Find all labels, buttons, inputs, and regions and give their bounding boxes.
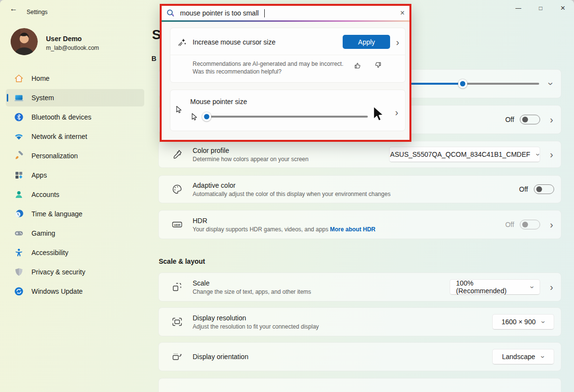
maximize-button[interactable]: □ bbox=[529, 0, 552, 16]
maximize-icon: □ bbox=[539, 5, 542, 12]
chevron-down-icon: › bbox=[539, 356, 547, 358]
mouse-pointer-cursor bbox=[371, 106, 386, 124]
palette-icon bbox=[171, 183, 183, 195]
window-title: Settings bbox=[27, 9, 47, 15]
wifi-icon bbox=[14, 132, 24, 141]
minimize-button[interactable]: — bbox=[507, 0, 529, 16]
more-about-hdr-link[interactable]: More about HDR bbox=[330, 226, 376, 233]
sidebar-item-time-language[interactable]: Time & language bbox=[6, 205, 144, 223]
chevron-down-icon[interactable]: › bbox=[547, 82, 557, 86]
dropdown-value: 100% (Recommended) bbox=[456, 279, 525, 295]
text-caret bbox=[264, 9, 265, 17]
search-copilot-icon bbox=[166, 9, 175, 18]
adaptive-color-row[interactable]: Adaptive color Automatically adjust the … bbox=[158, 175, 561, 203]
sidebar-item-gaming[interactable]: Gaming bbox=[6, 225, 144, 242]
row-title: Display resolution bbox=[193, 314, 492, 322]
sidebar-item-system[interactable]: System bbox=[6, 89, 144, 106]
row-title: Display orientation bbox=[193, 353, 492, 361]
section-header: Scale & layout bbox=[159, 257, 205, 265]
chevron-right-icon: › bbox=[550, 150, 553, 159]
hdr-row[interactable]: HDR HDR Your display supports HDR games,… bbox=[158, 210, 561, 239]
sidebar-item-privacy-security[interactable]: Privacy & security bbox=[6, 263, 144, 281]
section-header-fragment: B bbox=[151, 55, 156, 62]
multiple-displays-icon bbox=[171, 390, 183, 392]
close-button[interactable]: × bbox=[552, 0, 574, 16]
bluetooth-icon bbox=[14, 112, 24, 122]
search-close-icon[interactable]: × bbox=[400, 9, 405, 17]
sidebar-item-personalization[interactable]: Personalization bbox=[6, 147, 144, 165]
recommendation-title: Increase mouse cursor size bbox=[193, 38, 337, 46]
clock-globe-icon bbox=[14, 209, 24, 219]
color-profile-row[interactable]: Color profile Determine how colors appea… bbox=[158, 141, 561, 168]
dropdown-value: 1600 × 900 bbox=[501, 318, 535, 326]
resolution-dropdown[interactable]: 1600 × 900 › bbox=[492, 314, 554, 330]
sidebar-item-label: Gaming bbox=[31, 229, 55, 237]
ai-disclaimer-line1: Recommendations are AI-generated and may… bbox=[193, 60, 344, 68]
multiple-displays-row[interactable]: Multiple displays bbox=[158, 378, 561, 392]
sidebar-item-accounts[interactable]: Accounts bbox=[6, 186, 144, 203]
row-description: Change the size of text, apps, and other… bbox=[193, 288, 450, 295]
shield-icon bbox=[14, 267, 24, 277]
mouse-pointer-size-card[interactable]: Mouse pointer size › bbox=[170, 90, 406, 131]
sidebar-item-label: Home bbox=[31, 75, 49, 82]
row-description: Determine how colors appear on your scre… bbox=[193, 156, 389, 163]
search-input[interactable]: mouse pointer is too small × bbox=[162, 6, 409, 20]
recommendation-card: Increase mouse cursor size Apply › Recom… bbox=[170, 28, 406, 83]
ai-sparkle-icon bbox=[177, 37, 187, 47]
sidebar-item-home[interactable]: Home bbox=[6, 70, 144, 87]
sidebar-item-label: Bluetooth & devices bbox=[31, 113, 91, 121]
gamepad-icon bbox=[14, 228, 24, 238]
home-icon bbox=[14, 74, 24, 83]
pointer-size-slider-thumb[interactable] bbox=[202, 112, 211, 121]
display-resolution-row[interactable]: Display resolution Adjust the resolution… bbox=[158, 307, 561, 336]
paintbrush-icon bbox=[14, 151, 24, 161]
update-icon bbox=[14, 286, 24, 296]
profile-name: User Demo bbox=[46, 35, 82, 43]
sidebar-item-bluetooth-devices[interactable]: Bluetooth & devices bbox=[6, 108, 144, 126]
color-profile-dropdown[interactable]: ASUS_S5507QA_QCOM_834C41B1_CMDEF › bbox=[389, 147, 540, 162]
toggle-switch[interactable] bbox=[520, 115, 540, 124]
sidebar-item-apps[interactable]: Apps bbox=[6, 166, 144, 184]
sidebar-item-network-internet[interactable]: Network & internet bbox=[6, 128, 144, 145]
accessibility-icon bbox=[14, 248, 24, 257]
orientation-dropdown[interactable]: Landscape › bbox=[492, 349, 554, 364]
hdr-toggle[interactable] bbox=[520, 220, 540, 229]
sidebar-item-label: Windows Update bbox=[31, 287, 83, 295]
resolution-icon bbox=[171, 316, 183, 328]
sidebar-item-windows-update[interactable]: Windows Update bbox=[6, 283, 144, 300]
sidebar-item-label: Apps bbox=[31, 171, 47, 179]
chevron-right-icon: › bbox=[395, 107, 398, 117]
small-cursor-icon bbox=[191, 113, 198, 121]
scale-row[interactable]: Scale Change the size of text, apps, and… bbox=[158, 272, 561, 302]
dropdown-value: ASUS_S5507QA_QCOM_834C41B1_CMDEF bbox=[390, 151, 530, 158]
sidebar-item-accessibility[interactable]: Accessibility bbox=[6, 244, 144, 261]
small-cursor-icon bbox=[175, 106, 183, 114]
close-icon: × bbox=[560, 3, 565, 13]
orientation-icon bbox=[171, 351, 183, 362]
chevron-down-icon: › bbox=[534, 153, 543, 156]
search-query-text: mouse pointer is too small bbox=[180, 9, 259, 17]
back-button[interactable]: ← bbox=[6, 2, 21, 15]
row-description: Your display supports HDR games, videos,… bbox=[193, 226, 328, 233]
row-description: Adjust the resolution to fit your connec… bbox=[193, 323, 492, 330]
dropdown-value: Landscape bbox=[502, 353, 535, 361]
thumbs-down-icon[interactable] bbox=[373, 61, 382, 70]
row-title: Color profile bbox=[193, 147, 389, 154]
row-title: HDR bbox=[193, 217, 505, 225]
toggle-state-label: Off bbox=[519, 185, 528, 193]
profile-email: m_lab@outlook.com bbox=[46, 45, 99, 51]
sidebar-item-label: Personalization bbox=[31, 152, 78, 160]
sidebar-item-label: Accounts bbox=[31, 191, 60, 198]
pointer-size-slider[interactable] bbox=[203, 116, 368, 118]
brightness-slider-thumb[interactable] bbox=[458, 79, 468, 89]
thumbs-up-icon[interactable] bbox=[354, 61, 363, 70]
adaptive-color-toggle[interactable] bbox=[534, 184, 554, 194]
scale-icon bbox=[171, 281, 183, 293]
sidebar-nav: Home System Bluetooth & devices Network … bbox=[6, 70, 144, 302]
apply-button[interactable]: Apply bbox=[343, 35, 390, 49]
avatar-image bbox=[11, 28, 38, 55]
avatar[interactable] bbox=[11, 28, 38, 55]
display-orientation-row[interactable]: Display orientation Landscape › bbox=[158, 342, 561, 371]
scale-dropdown[interactable]: 100% (Recommended) › bbox=[450, 279, 540, 295]
chevron-right-icon[interactable]: › bbox=[396, 37, 399, 47]
